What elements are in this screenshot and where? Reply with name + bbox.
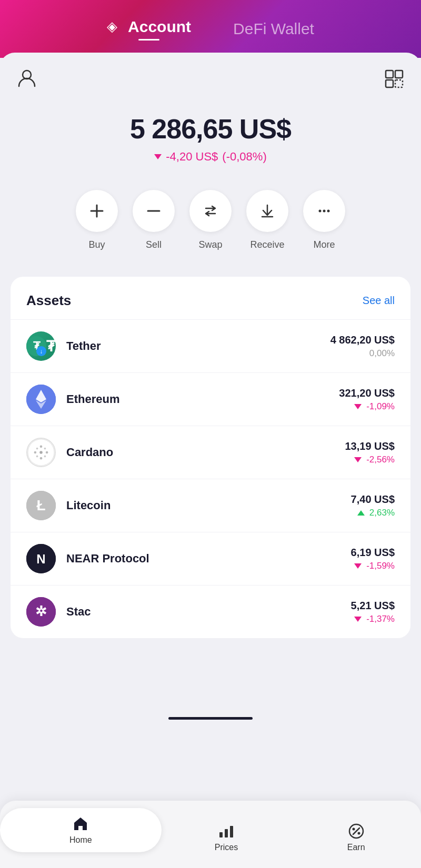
nav-item-earn[interactable]: Earn	[291, 823, 421, 852]
svg-point-29	[44, 456, 46, 458]
assets-section: Assets See all ₮ ↓ Tether 4 862,20 US$ 0…	[11, 277, 410, 638]
asset-values-cardano: 13,19 US$ -2,56%	[345, 440, 395, 465]
ada-arrow-icon	[354, 457, 362, 462]
asset-name-tether: Tether	[66, 339, 330, 353]
tether-icon: ₮ ↓	[26, 331, 56, 361]
ltc-change: 2,63%	[357, 508, 395, 518]
svg-text:Ł: Ł	[36, 497, 45, 513]
tab-account[interactable]: ◈ Account	[86, 18, 212, 41]
list-item[interactable]: Ν NEAR Protocol 6,19 US$ -1,59%	[11, 532, 410, 585]
more-button[interactable]: More	[303, 190, 345, 250]
list-item[interactable]: Ethereum 321,20 US$ -1,09%	[11, 372, 410, 426]
top-bar	[0, 53, 421, 97]
header: ◈ Account DeFi Wallet	[0, 0, 421, 58]
svg-text:✲: ✲	[35, 603, 47, 619]
asset-values-near: 6,19 US$ -1,59%	[351, 547, 395, 571]
asset-name-ethereum: Ethereum	[66, 392, 339, 406]
stx-arrow-icon	[354, 617, 362, 622]
asset-values-stacks: 5,21 US$ -1,37%	[351, 600, 395, 624]
bottom-nav: Home Prices Earn	[0, 801, 421, 868]
svg-rect-4	[395, 80, 403, 87]
change-arrow-icon	[154, 154, 162, 159]
tether-change: 0,00%	[369, 348, 395, 359]
ethereum-icon	[26, 385, 56, 414]
list-item[interactable]: Cardano 13,19 US$ -2,56%	[11, 426, 410, 479]
receive-label: Receive	[250, 239, 284, 250]
eth-arrow-icon	[354, 404, 362, 409]
eth-change: -1,09%	[354, 401, 395, 412]
buy-icon-circle	[76, 190, 118, 232]
ltc-arrow-icon	[357, 510, 365, 516]
svg-point-27	[44, 448, 46, 450]
tab-defi-wallet[interactable]: DeFi Wallet	[212, 20, 335, 38]
svg-point-21	[39, 451, 43, 454]
asset-values-tether: 4 862,20 US$ 0,00%	[330, 334, 395, 359]
svg-point-41	[352, 828, 355, 831]
asset-name-near: NEAR Protocol	[66, 552, 351, 566]
svg-point-11	[323, 210, 326, 213]
assets-header: Assets See all	[11, 277, 410, 319]
more-icon-circle	[303, 190, 345, 232]
account-tab-label: Account	[128, 18, 191, 36]
change-value: -4,20 US$	[166, 150, 218, 164]
receive-icon-circle	[246, 190, 288, 232]
asset-name-cardano: Cardano	[66, 446, 345, 459]
balance-change: -4,20 US$ (-0,08%)	[154, 150, 266, 164]
svg-point-28	[36, 456, 38, 458]
assets-title: Assets	[26, 292, 71, 309]
cardano-icon	[26, 438, 56, 467]
tab-underline	[138, 39, 159, 41]
svg-point-23	[40, 457, 43, 460]
litecoin-icon: Ł	[26, 491, 56, 520]
scan-icon[interactable]	[384, 69, 404, 91]
sell-icon-circle	[133, 190, 175, 232]
logo-icon: ◈	[107, 18, 117, 35]
svg-point-25	[46, 451, 48, 454]
balance-section: 5 286,65 US$ -4,20 US$ (-0,08%)	[0, 97, 421, 185]
svg-rect-2	[395, 70, 403, 78]
svg-point-26	[36, 448, 38, 450]
near-icon: Ν	[26, 544, 56, 573]
near-amount: 6,19 US$	[351, 547, 395, 559]
ada-amount: 13,19 US$	[345, 440, 395, 452]
near-change: -1,59%	[354, 561, 395, 571]
svg-rect-37	[225, 829, 228, 837]
eth-amount: 321,20 US$	[339, 387, 395, 399]
buy-label: Buy	[88, 239, 105, 250]
nav-earn-label: Earn	[347, 843, 365, 852]
action-buttons: Buy Sell Swap	[0, 185, 421, 277]
home-icon	[72, 815, 89, 832]
svg-rect-1	[386, 70, 393, 78]
stacks-icon: ✲	[26, 597, 56, 627]
prices-icon	[218, 823, 235, 840]
svg-point-0	[23, 70, 31, 79]
sell-button[interactable]: Sell	[133, 190, 175, 250]
nav-item-prices[interactable]: Prices	[162, 823, 292, 852]
svg-rect-3	[386, 80, 393, 87]
receive-button[interactable]: Receive	[246, 190, 288, 250]
nav-item-home[interactable]: Home	[0, 808, 162, 852]
see-all-button[interactable]: See all	[363, 295, 395, 307]
svg-rect-38	[230, 826, 233, 837]
swap-icon-circle	[189, 190, 232, 232]
svg-text:↓: ↓	[40, 348, 43, 355]
swap-button[interactable]: Swap	[189, 190, 232, 250]
buy-button[interactable]: Buy	[76, 190, 118, 250]
svg-point-10	[319, 210, 322, 213]
swap-label: Swap	[198, 239, 222, 250]
svg-point-42	[357, 832, 360, 835]
ltc-amount: 7,40 US$	[351, 493, 395, 506]
more-label: More	[313, 239, 335, 250]
svg-text:Ν: Ν	[36, 552, 45, 566]
list-item[interactable]: ✲ Stac 5,21 US$ -1,37%	[11, 585, 410, 638]
asset-name-litecoin: Litecoin	[66, 499, 351, 512]
earn-icon	[348, 823, 365, 840]
profile-icon[interactable]	[17, 67, 37, 92]
svg-point-24	[34, 451, 37, 454]
svg-point-12	[327, 210, 330, 213]
sell-label: Sell	[146, 239, 162, 250]
nav-prices-label: Prices	[215, 843, 238, 852]
change-percent: (-0,08%)	[222, 150, 266, 164]
list-item[interactable]: Ł Litecoin 7,40 US$ 2,63%	[11, 479, 410, 532]
list-item[interactable]: ₮ ↓ Tether 4 862,20 US$ 0,00%	[11, 319, 410, 372]
